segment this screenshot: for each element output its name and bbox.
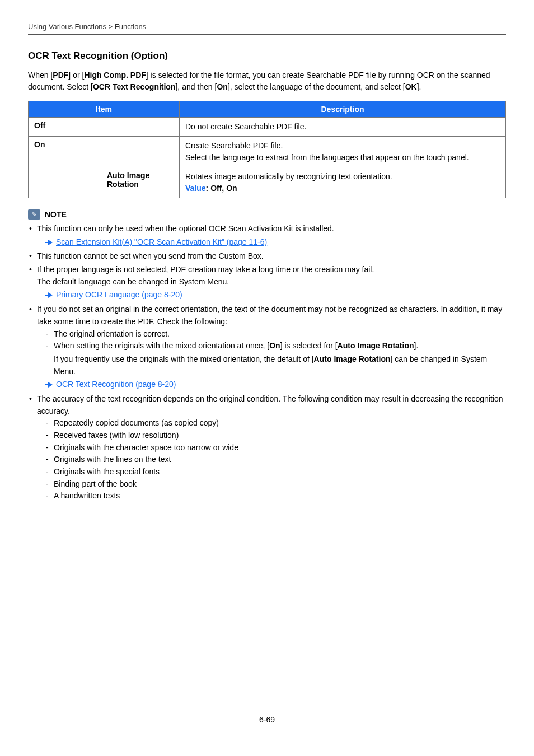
link-row: Scan Extension Kit(A) "OCR Scan Activati…	[37, 236, 506, 249]
text: High Comp. PDF	[84, 71, 146, 80]
text: ] is selected for [	[280, 341, 338, 350]
text: If you do not set an original in the cor…	[37, 305, 502, 326]
options-table: Item Description Off Do not create Searc…	[28, 101, 506, 198]
text: Auto Image Rotation	[314, 354, 391, 363]
note-item: The accuracy of the text recognition dep…	[28, 393, 506, 502]
intro-paragraph: When [PDF] or [High Comp. PDF] is select…	[28, 69, 506, 93]
dash-item: Binding part of the book	[46, 478, 506, 491]
text: When setting the originals with the mixe…	[54, 341, 269, 350]
text: ].	[414, 341, 419, 350]
dash-item: Repeatedly copied documents (as copied c…	[46, 417, 506, 430]
text: If you frequently use the originals with…	[54, 354, 314, 363]
arrow-icon	[48, 240, 53, 245]
cell-auto-rotation-desc: Rotates image automatically by recognizi…	[180, 167, 506, 198]
cell-off: Off	[29, 118, 180, 137]
text: This function can only be used when the …	[37, 224, 334, 233]
link-ocr-text-recognition[interactable]: OCR Text Recognition (page 8-20)	[56, 379, 176, 391]
text: The default language can be changed in S…	[37, 276, 506, 288]
note-item: This function can only be used when the …	[28, 223, 506, 248]
link-row: OCR Text Recognition (page 8-20)	[37, 379, 506, 391]
text: On	[217, 82, 227, 91]
text: If the proper language is not selected, …	[37, 265, 374, 274]
note-header: NOTE	[28, 209, 506, 220]
cell-on-desc: Create Searchable PDF file. Select the l…	[180, 137, 506, 167]
text: ] or [	[68, 71, 84, 80]
text: : Off, On	[206, 184, 237, 193]
dash-item: A handwritten texts	[46, 490, 506, 502]
text: ], and then [	[175, 82, 217, 91]
text: Rotates image automatically by recognizi…	[185, 172, 392, 181]
text: When [	[28, 71, 53, 80]
dash-item: Originals with the special fonts	[46, 466, 506, 478]
arrow-icon	[48, 292, 53, 298]
cell-on: On	[29, 137, 180, 167]
note-item: If the proper language is not selected, …	[28, 264, 506, 301]
text: OK	[405, 82, 417, 91]
value-label: Value	[185, 184, 206, 193]
note-item: If you do not set an original in the cor…	[28, 304, 506, 391]
note-item: This function cannot be set when you sen…	[28, 250, 506, 263]
text: Create Searchable PDF file.	[185, 141, 283, 150]
dash-item: Originals with the lines on the text	[46, 454, 506, 466]
page-number: 6-69	[28, 715, 506, 724]
link-row: Primary OCR Language (page 8-20)	[37, 289, 506, 301]
text: On	[269, 341, 280, 350]
text: ], select the language of the document, …	[228, 82, 405, 91]
text: ].	[417, 82, 421, 91]
breadcrumb: Using Various Functions > Functions	[28, 22, 506, 34]
th-item: Item	[29, 101, 180, 118]
note-icon	[28, 209, 40, 220]
link-primary-ocr-language[interactable]: Primary OCR Language (page 8-20)	[56, 289, 182, 301]
th-desc: Description	[180, 101, 506, 118]
arrow-icon	[48, 382, 53, 388]
text: PDF	[53, 71, 68, 80]
text: OCR Text Recognition	[93, 82, 176, 91]
note-label: NOTE	[45, 210, 67, 219]
cell-on-empty	[29, 167, 101, 198]
cell-off-desc: Do not create Searchable PDF file.	[180, 118, 506, 137]
text: Select the language to extract from the …	[185, 153, 469, 162]
cell-auto-rotation: Auto Image Rotation	[101, 167, 180, 198]
note-list: This function can only be used when the …	[28, 223, 506, 502]
dash-item: Received faxes (with low resolution)	[46, 430, 506, 442]
dash-item: Originals with the character space too n…	[46, 442, 506, 454]
text: Auto Image Rotation	[338, 341, 414, 350]
dash-item: When setting the originals with the mixe…	[46, 340, 506, 377]
divider	[28, 34, 506, 35]
dash-item: The original orientation is correct.	[46, 328, 506, 340]
link-scan-extension-kit[interactable]: Scan Extension Kit(A) "OCR Scan Activati…	[56, 236, 267, 249]
text: The accuracy of the text recognition dep…	[37, 394, 503, 416]
section-title: OCR Text Recognition (Option)	[28, 50, 506, 62]
